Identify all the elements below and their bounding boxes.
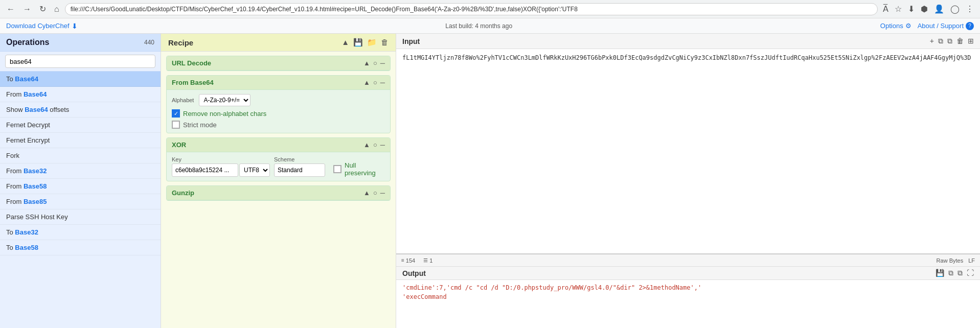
status-char-icon: ≡: [401, 257, 404, 263]
input-delete-icon[interactable]: 🗑: [956, 37, 964, 45]
output-copy-icon[interactable]: ⧉: [948, 269, 953, 277]
sidebar-count: 440: [144, 39, 154, 46]
recipe-panel: Recipe ▲ 💾 📁 🗑 URL Decode ▲ ○ ─: [161, 34, 396, 328]
sidebar-title: Operations: [6, 38, 49, 47]
recipe-save-icon[interactable]: 💾: [353, 38, 363, 47]
input-title: Input: [402, 37, 420, 45]
address-bar[interactable]: [65, 3, 878, 15]
right-panel: Input + ⧉ ⧉ 🗑 ⊞ fL1tMGI4YTljzn78f8Wo%2Fy…: [396, 34, 980, 328]
op-remove-url-decode[interactable]: ─: [380, 59, 385, 67]
about-support-label: About / Support: [918, 22, 964, 30]
translate-icon[interactable]: A̅: [881, 3, 891, 15]
options-link[interactable]: Options ⚙: [880, 22, 911, 30]
output-line1: 'cmdLine':7,'cmd /c "cd /d "D:/0.phpstud…: [402, 283, 974, 292]
key-input[interactable]: [172, 163, 238, 177]
op-block-url-decode: URL Decode ▲ ○ ─: [166, 56, 391, 71]
lf-label[interactable]: LF: [968, 257, 975, 264]
status-bar: ≡ 154 ☰ 1 Raw Bytes LF: [396, 254, 980, 267]
download-cyberchef-link[interactable]: Download CyberChef ⬇: [6, 22, 78, 30]
home-button[interactable]: ⌂: [52, 4, 62, 15]
output-text-line1: 'cmdLine':7,'cmd /c "cd /d "D:/0.phpstud…: [402, 284, 701, 291]
account-icon[interactable]: ◯: [948, 3, 962, 15]
input-content: fL1tMGI4YTljzn78f8Wo%2FyhTV1cCWCn3LmDlfW…: [402, 54, 971, 61]
encoding-select[interactable]: UTF8: [239, 163, 270, 177]
extensions-icon[interactable]: ⬢: [919, 3, 930, 15]
op-collapse-gunzip[interactable]: ▲: [363, 189, 370, 197]
op-remove-from-base64[interactable]: ─: [380, 79, 385, 86]
input-expand2-icon[interactable]: ⧉: [947, 37, 952, 45]
download-text: Download CyberChef: [6, 22, 70, 30]
sidebar-item-to-base64[interactable]: To Base64: [0, 72, 161, 87]
op-collapse-url-decode[interactable]: ▲: [363, 59, 370, 67]
recipe-title: Recipe: [168, 38, 193, 47]
op-block-from-base64: From Base64 ▲ ○ ─ Alphabet A-Za-z0-9+/=: [166, 75, 391, 133]
status-line-count: 1: [429, 257, 432, 264]
op-disable-xor[interactable]: ○: [373, 141, 377, 149]
recipe-load-icon[interactable]: 📁: [367, 38, 377, 47]
output-area: Output 💾 ⧉ ⧉ ⛶ 'cmdLine':7,'cmd /c "cd /…: [396, 267, 980, 328]
op-block-gunzip: Gunzip ▲ ○ ─: [166, 185, 391, 201]
output-save-icon[interactable]: 💾: [936, 269, 944, 277]
null-preserving-label[interactable]: Null preserving: [345, 161, 385, 177]
sidebar-item-to-base58[interactable]: To Base58: [0, 240, 161, 255]
scheme-label: Scheme: [274, 156, 325, 162]
sidebar-item-parse-ssh[interactable]: Parse SSH Host Key: [0, 209, 161, 225]
recipe-delete-icon[interactable]: 🗑: [381, 38, 389, 47]
sidebar-item-show-base64-offsets[interactable]: Show Base64 offsets: [0, 102, 161, 118]
remove-nonalpha-checkbox[interactable]: ✓: [172, 109, 180, 118]
refresh-button[interactable]: ↻: [37, 3, 49, 15]
scheme-input[interactable]: [274, 163, 325, 177]
output-title: Output: [402, 269, 426, 277]
sidebar-item-fernet-encrypt[interactable]: Fernet Encrypt: [0, 133, 161, 148]
output-text[interactable]: 'cmdLine':7,'cmd /c "cd /d "D:/0.phpstud…: [396, 280, 980, 328]
status-line-icon: ☰: [423, 257, 428, 263]
input-text[interactable]: fL1tMGI4YTljzn78f8Wo%2FyhTV1cCWCn3LmDlfW…: [396, 49, 980, 253]
menu-icon[interactable]: ⋮: [964, 3, 976, 15]
output-line2: 'execCommand: [402, 292, 974, 301]
null-preserving-checkbox[interactable]: [333, 165, 341, 173]
sidebar-item-from-base85[interactable]: From Base85: [0, 194, 161, 209]
profile-icon[interactable]: 👤: [932, 3, 946, 15]
gear-icon: ⚙: [905, 22, 911, 30]
back-button[interactable]: ←: [4, 4, 17, 15]
sidebar-item-fork[interactable]: Fork: [0, 148, 161, 163]
op-name-url-decode: URL Decode: [172, 59, 211, 67]
forward-button[interactable]: →: [20, 4, 34, 15]
alphabet-label: Alphabet: [172, 97, 194, 103]
about-support-link[interactable]: About / Support ?: [918, 22, 974, 30]
op-name-from-base64: From Base64: [172, 79, 214, 86]
op-disable-from-base64[interactable]: ○: [373, 79, 377, 86]
options-label: Options: [880, 22, 903, 30]
op-remove-gunzip[interactable]: ─: [380, 189, 385, 197]
op-name-xor: XOR: [172, 141, 186, 149]
sidebar-item-to-base32[interactable]: To Base32: [0, 225, 161, 240]
input-add-icon[interactable]: +: [930, 37, 934, 45]
op-remove-xor[interactable]: ─: [380, 141, 385, 149]
alphabet-select[interactable]: A-Za-z0-9+/=: [199, 94, 250, 106]
sidebar: Operations 440 To Base64 From Base64 Sho…: [0, 34, 161, 328]
output-expand-icon[interactable]: ⧉: [958, 269, 963, 277]
output-fullscreen-icon[interactable]: ⛶: [967, 269, 974, 277]
download-icon[interactable]: ⬇: [906, 3, 917, 15]
recipe-collapse-icon[interactable]: ▲: [341, 38, 349, 47]
input-grid-icon[interactable]: ⊞: [968, 37, 974, 45]
sidebar-item-fernet-decrypt[interactable]: Fernet Decrypt: [0, 118, 161, 133]
search-input[interactable]: [5, 55, 155, 68]
strict-mode-label[interactable]: Strict mode: [183, 121, 217, 129]
build-info: Last build: 4 months ago: [445, 22, 512, 30]
raw-bytes-label[interactable]: Raw Bytes: [937, 257, 964, 264]
sidebar-item-from-base58[interactable]: From Base58: [0, 179, 161, 194]
strict-mode-checkbox[interactable]: [172, 121, 180, 129]
sidebar-item-from-base32[interactable]: From Base32: [0, 163, 161, 179]
op-collapse-from-base64[interactable]: ▲: [363, 79, 370, 86]
op-disable-url-decode[interactable]: ○: [373, 59, 377, 67]
op-collapse-xor[interactable]: ▲: [363, 141, 370, 149]
status-char-count: 154: [406, 257, 415, 264]
op-block-xor: XOR ▲ ○ ─ Key UTF8: [166, 137, 391, 181]
input-expand1-icon[interactable]: ⧉: [938, 37, 943, 45]
remove-nonalpha-label[interactable]: Remove non-alphabet chars: [183, 110, 266, 118]
sidebar-item-from-base64[interactable]: From Base64: [0, 87, 161, 102]
sidebar-list: To Base64 From Base64 Show Base64 offset…: [0, 72, 161, 328]
bookmark-icon[interactable]: ☆: [893, 3, 904, 15]
op-disable-gunzip[interactable]: ○: [373, 189, 377, 197]
